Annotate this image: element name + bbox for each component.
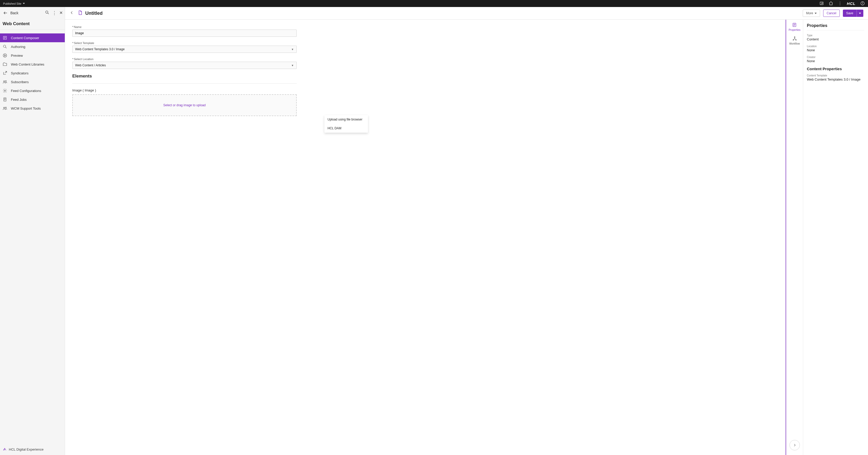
published-site-label: Published Site <box>3 2 21 5</box>
prop-creator-label: Creator <box>807 56 864 59</box>
sidebar-title: Web Content <box>0 19 65 30</box>
svg-point-12 <box>3 45 6 48</box>
save-label: Save <box>846 11 853 15</box>
sidebar-item-authoring[interactable]: Authoring <box>0 42 65 51</box>
elements-title: Elements <box>72 73 778 79</box>
name-label: *Name <box>72 25 778 29</box>
svg-line-1 <box>822 3 823 4</box>
close-icon[interactable]: ✕ <box>59 10 63 15</box>
save-dropdown-button[interactable] <box>857 9 863 17</box>
open-icon[interactable] <box>819 1 824 6</box>
sidebar-item-label: Feed Configurations <box>11 89 41 93</box>
sidebar-item-label: WCM Support Tools <box>11 107 41 111</box>
dropzone-text: Select or drag image to upload <box>163 103 206 107</box>
template-value: Web Content Templates 3.0 / Image <box>75 48 125 51</box>
rail-properties[interactable]: Properties <box>789 22 801 31</box>
svg-line-13 <box>5 47 6 48</box>
svg-line-7 <box>48 13 49 14</box>
svg-point-14 <box>3 54 7 57</box>
sidebar-item-feed-configurations[interactable]: Feed Configurations <box>0 86 65 95</box>
svg-point-4 <box>862 2 863 3</box>
element-label: Image ( Image ) <box>72 88 778 92</box>
prop-creator-value: None <box>807 59 864 63</box>
svg-point-18 <box>4 90 6 91</box>
image-dropzone[interactable]: Select or drag image to upload <box>72 94 297 116</box>
cancel-button[interactable]: Cancel <box>823 9 839 17</box>
cancel-label: Cancel <box>827 11 836 15</box>
sidebar-item-syndicators[interactable]: Syndicators <box>0 69 65 78</box>
sidebar-item-label: Content Composer <box>11 36 39 40</box>
rail-workflow[interactable]: Workflow <box>789 36 800 45</box>
svg-point-30 <box>793 39 794 40</box>
sidebar-item-wcm-support-tools[interactable]: WCM Support Tools <box>0 104 65 113</box>
more-label: More <box>806 11 813 15</box>
rail-expand-button[interactable] <box>789 440 800 450</box>
document-icon <box>78 10 83 16</box>
back-label: Back <box>10 11 19 15</box>
sidebar-item-web-content-libraries[interactable]: Web Content Libraries <box>0 60 65 69</box>
form-area: *Name *Select Template Web Content Templ… <box>65 20 785 455</box>
sidebar-item-preview[interactable]: Preview <box>0 51 65 60</box>
chevron-down-icon: ▼ <box>291 48 294 51</box>
content-template-value: Web Content Templates 3.0 / Image <box>807 78 864 81</box>
search-icon[interactable] <box>45 10 50 16</box>
location-select[interactable]: Web Content / Articles ▼ <box>72 62 297 69</box>
rail-label: Properties <box>789 29 801 31</box>
overflow-menu-icon[interactable]: ⋮ <box>52 11 57 15</box>
name-input[interactable] <box>72 30 297 37</box>
template-label: *Select Template <box>72 41 778 44</box>
location-value: Web Content / Articles <box>75 63 106 67</box>
location-label: *Select Location <box>72 58 778 61</box>
chevron-down-icon: ▼ <box>291 64 294 67</box>
svg-point-16 <box>4 81 5 82</box>
sidebar-item-feed-jobs[interactable]: Feed Jobs <box>0 95 65 104</box>
save-button[interactable]: Save <box>843 9 857 17</box>
hcl-logo: HCL <box>847 1 856 6</box>
svg-rect-19 <box>4 98 6 101</box>
svg-point-6 <box>45 11 48 13</box>
svg-point-24 <box>5 107 6 108</box>
topbar: Published Site ⋮ HCL <box>0 0 868 7</box>
sidebar-item-subscribers[interactable]: Subscribers <box>0 78 65 86</box>
content-template-label: Content Template <box>807 74 864 77</box>
hcl-dam-option[interactable]: HCL DAM <box>324 124 368 133</box>
properties-panel: Properties Type Content Location None Cr… <box>803 20 868 455</box>
svg-marker-15 <box>5 55 6 56</box>
published-site-dropdown[interactable]: Published Site <box>3 2 25 5</box>
svg-point-23 <box>4 107 5 109</box>
chevron-down-icon <box>815 13 817 14</box>
page-title: Untitled <box>85 11 103 16</box>
prop-location-value: None <box>807 48 864 52</box>
svg-point-29 <box>794 37 795 37</box>
content-back-button[interactable] <box>69 9 75 17</box>
sidebar-item-label: Authoring <box>11 45 25 49</box>
home-icon[interactable] <box>829 1 833 6</box>
sidebar-item-label: Syndicators <box>11 71 29 75</box>
back-button[interactable]: Back <box>2 11 43 15</box>
svg-point-31 <box>796 39 796 40</box>
content-header: Untitled More Cancel Save <box>65 7 868 20</box>
svg-rect-0 <box>820 2 823 5</box>
topbar-actions: ⋮ HCL <box>819 1 865 6</box>
sidebar-item-content-composer[interactable]: Content Composer <box>0 33 65 42</box>
content-properties-title: Content Properties <box>807 67 864 71</box>
sidebar-item-label: Preview <box>11 54 23 58</box>
sidebar-item-label: Web Content Libraries <box>11 62 44 66</box>
prop-location-label: Location <box>807 45 864 48</box>
chevron-down-icon <box>23 3 25 4</box>
svg-point-17 <box>5 81 6 82</box>
info-icon[interactable] <box>860 1 865 6</box>
chevron-down-icon <box>859 13 861 14</box>
sidebar-menu: Content Composer Authoring Preview Web C… <box>0 30 65 113</box>
more-icon[interactable]: ⋮ <box>838 1 842 6</box>
upload-file-browser-option[interactable]: Upload using file browser <box>324 115 368 124</box>
prop-type-label: Type <box>807 34 864 37</box>
right-rail: Properties Workflow <box>785 20 803 455</box>
sidebar-item-label: Feed Jobs <box>11 98 27 101</box>
footer-label: HCL Digital Experience <box>9 448 43 451</box>
sidebar-item-label: Subscribers <box>11 80 29 84</box>
template-select[interactable]: Web Content Templates 3.0 / Image ▼ <box>72 46 297 53</box>
sidebar-footer: HCL Digital Experience <box>0 445 65 455</box>
more-button[interactable]: More <box>803 9 820 17</box>
prop-type-value: Content <box>807 37 864 41</box>
